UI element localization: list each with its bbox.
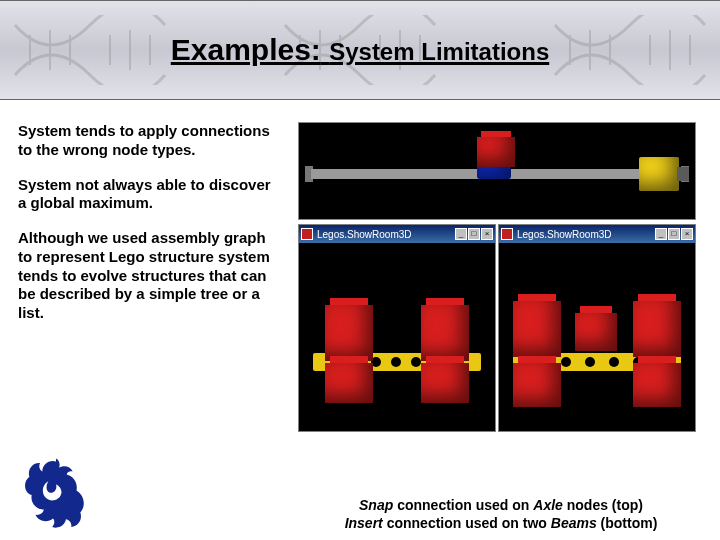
window-1-buttons: _ □ × [455, 228, 493, 240]
java-cup-icon [501, 228, 513, 240]
content-area: System tends to apply connections to the… [0, 100, 720, 432]
beam-hole [609, 357, 619, 367]
beam-hole [561, 357, 571, 367]
window-1-titlebar: Legos.ShowRoom3D _ □ × [299, 225, 495, 243]
red-block [421, 305, 469, 361]
caption-text: connection used on [393, 497, 533, 513]
maximize-button[interactable]: □ [468, 228, 480, 240]
caption-text: connection used on two [383, 515, 551, 531]
close-button[interactable]: × [681, 228, 693, 240]
red-block [513, 301, 561, 357]
dragon-logo-icon [18, 454, 94, 530]
window-1-body [299, 243, 495, 431]
red-block [325, 305, 373, 361]
window-2-title: Legos.ShowRoom3D [517, 229, 655, 240]
window-2: Legos.ShowRoom3D _ □ × [498, 224, 696, 432]
caption-word-insert: Insert [345, 515, 383, 531]
window-2-titlebar: Legos.ShowRoom3D _ □ × [499, 225, 695, 243]
text-column: System tends to apply connections to the… [18, 122, 280, 432]
maximize-button[interactable]: □ [668, 228, 680, 240]
helix-icon [10, 15, 170, 85]
axle-render [298, 122, 696, 220]
title-main: Examples: [171, 33, 321, 66]
helix-icon [550, 15, 710, 85]
beam-hole [391, 357, 401, 367]
red-block [325, 363, 373, 403]
beam-windows-row: Legos.ShowRoom3D _ □ × [298, 224, 702, 432]
window-1-title: Legos.ShowRoom3D [317, 229, 455, 240]
title-sub: System Limitations [329, 38, 549, 65]
paragraph-1: System tends to apply connections to the… [18, 122, 280, 160]
page-title: Examples: System Limitations [171, 33, 549, 67]
image-column: Legos.ShowRoom3D _ □ × [298, 122, 702, 432]
caption-word-snap: Snap [359, 497, 393, 513]
yellow-brick [639, 157, 679, 191]
minimize-button[interactable]: _ [455, 228, 467, 240]
paragraph-2: System not always able to discover a glo… [18, 176, 280, 214]
caption-word-axle: Axle [533, 497, 563, 513]
java-cup-icon [301, 228, 313, 240]
title-banner: Examples: System Limitations [0, 0, 720, 100]
red-block [575, 313, 617, 351]
beam-hole [585, 357, 595, 367]
caption-text: (bottom) [597, 515, 658, 531]
caption-line-2: Insert connection used on two Beams (bot… [286, 514, 716, 532]
red-block [633, 363, 681, 407]
caption-line-1: Snap connection used on Axle nodes (top) [286, 496, 716, 514]
red-block [421, 363, 469, 403]
caption: Snap connection used on Axle nodes (top)… [286, 496, 716, 532]
caption-word-beams: Beams [551, 515, 597, 531]
beam-hole [411, 357, 421, 367]
red-brick [477, 137, 515, 167]
blue-brick [477, 165, 511, 179]
close-button[interactable]: × [481, 228, 493, 240]
window-1: Legos.ShowRoom3D _ □ × [298, 224, 496, 432]
minimize-button[interactable]: _ [655, 228, 667, 240]
paragraph-3: Although we used assembly graph to repre… [18, 229, 280, 323]
red-block [513, 363, 561, 407]
red-block [633, 301, 681, 357]
window-2-buttons: _ □ × [655, 228, 693, 240]
window-2-body [499, 243, 695, 431]
caption-text: nodes (top) [563, 497, 643, 513]
